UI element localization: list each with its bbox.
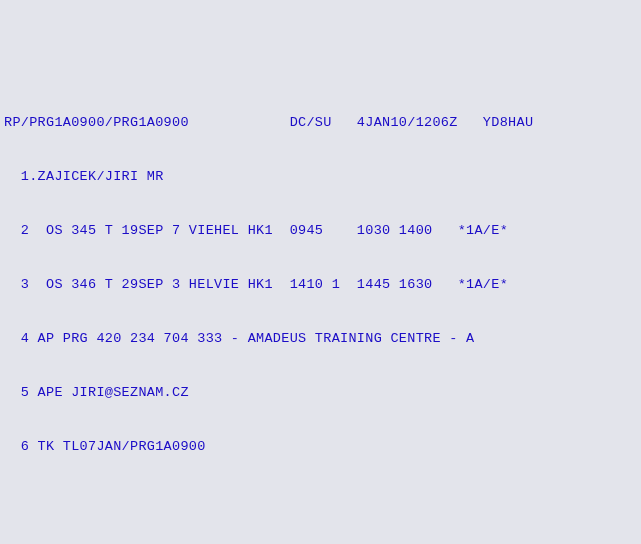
terminal-screen: RP/PRG1A0900/PRG1A0900 DC/SU 4JAN10/1206… xyxy=(4,78,637,544)
pnr-header: RP/PRG1A0900/PRG1A0900 DC/SU 4JAN10/1206… xyxy=(4,114,637,132)
pnr-name: 1.ZAJICEK/JIRI MR xyxy=(4,168,637,186)
pnr-ape: 5 APE JIRI@SEZNAM.CZ xyxy=(4,384,637,402)
blank xyxy=(4,492,637,510)
pnr-ap: 4 AP PRG 420 234 704 333 - AMADEUS TRAIN… xyxy=(4,330,637,348)
pnr-seg-2: 3 OS 346 T 29SEP 3 HELVIE HK1 1410 1 144… xyxy=(4,276,637,294)
pnr-tk: 6 TK TL07JAN/PRG1A0900 xyxy=(4,438,637,456)
pnr-seg-1: 2 OS 345 T 19SEP 7 VIEHEL HK1 0945 1030 … xyxy=(4,222,637,240)
